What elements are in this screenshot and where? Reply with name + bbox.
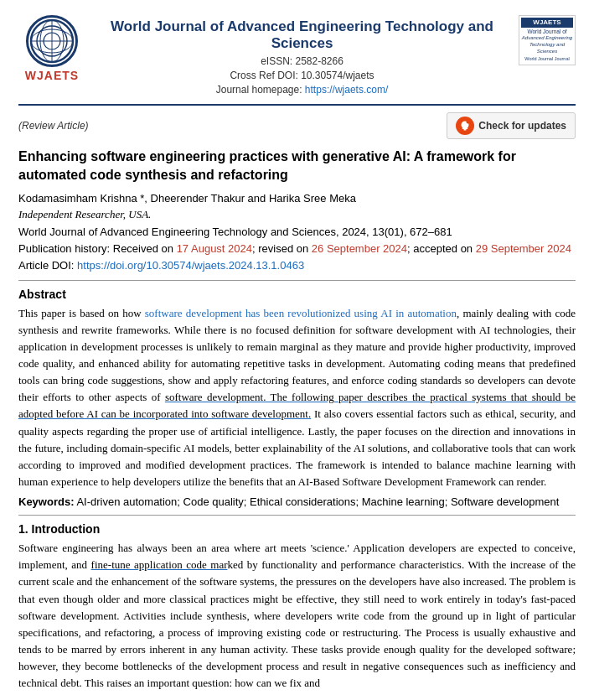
article-pub-history: Publication history: Received on 17 Augu… xyxy=(18,242,576,255)
journal-homepage: Journal homepage: https://wjaets.com/ xyxy=(96,84,509,96)
journal-homepage-link[interactable]: https://wjaets.com/ xyxy=(305,84,388,96)
abstract-body: This paper is based on how software deve… xyxy=(18,305,576,491)
accepted-date: 29 September 2024 xyxy=(476,242,571,255)
review-label: (Review Article) xyxy=(18,120,89,132)
journal-logo xyxy=(26,15,78,67)
keywords-label: Keywords: xyxy=(18,495,74,508)
doi-link[interactable]: https://doi.org/10.30574/wjaets.2024.13.… xyxy=(77,259,304,272)
article-title: Enhancing software engineering practices… xyxy=(18,148,576,185)
svg-point-8 xyxy=(467,120,470,123)
article-meta-row: (Review Article) Check for updates xyxy=(18,112,576,139)
pub-history-text: Received on 17 August 2024; revised on 2… xyxy=(113,242,571,255)
article-journal-ref: World Journal of Advanced Engineering Te… xyxy=(18,226,576,238)
check-updates-label: Check for updates xyxy=(478,120,566,132)
logo-area: WJAETS xyxy=(18,15,85,82)
journal-eissn: eISSN: 2582-8266 xyxy=(96,55,509,67)
thumb-label: WJAETS xyxy=(521,18,573,28)
logo-label: WJAETS xyxy=(25,69,79,82)
page: WJAETS World Journal of Advanced Enginee… xyxy=(0,0,594,700)
journal-crossref: Cross Ref DOI: 10.30574/wjaets xyxy=(96,70,509,81)
intro-section-num: 1. xyxy=(18,522,28,536)
keywords-line: Keywords: AI-driven automation; Code qua… xyxy=(18,495,576,508)
journal-header: WJAETS World Journal of Advanced Enginee… xyxy=(18,15,576,106)
intro-body: Software engineering has always been an … xyxy=(18,540,576,692)
keywords-items: AI-driven automation; Code quality; Ethi… xyxy=(76,495,559,508)
doi-label: Article DOI: xyxy=(18,259,74,272)
journal-thumbnail: WJAETS World Journal of Advanced Enginee… xyxy=(519,15,576,65)
abstract-text: This paper is based on how software deve… xyxy=(18,305,576,491)
journal-title-area: World Journal of Advanced Engineering Te… xyxy=(96,15,509,96)
thumb-body: World Journal of Advanced Engineering Te… xyxy=(521,29,573,63)
intro-title: 1. Introduction xyxy=(18,522,576,536)
revised-date: 26 September 2024 xyxy=(312,242,407,255)
journal-main-title: World Journal of Advanced Engineering Te… xyxy=(96,18,509,53)
check-updates-button[interactable]: Check for updates xyxy=(447,112,576,139)
divider-2 xyxy=(18,515,576,516)
check-updates-icon xyxy=(456,117,474,135)
svg-rect-7 xyxy=(464,129,467,131)
abstract-title: Abstract xyxy=(18,288,576,301)
pub-history-label: Publication history: xyxy=(18,242,110,255)
received-date: 17 August 2024 xyxy=(177,242,252,255)
article-doi: Article DOI: https://doi.org/10.30574/wj… xyxy=(18,259,576,272)
intro-title-text: Introduction xyxy=(32,522,101,536)
article-affiliation: Independent Researcher, USA. xyxy=(18,208,576,221)
divider-1 xyxy=(18,280,576,281)
intro-text: Software engineering has always been an … xyxy=(18,540,576,692)
article-authors: Kodamasimham Krishna *, Dheerender Thaku… xyxy=(18,192,576,205)
